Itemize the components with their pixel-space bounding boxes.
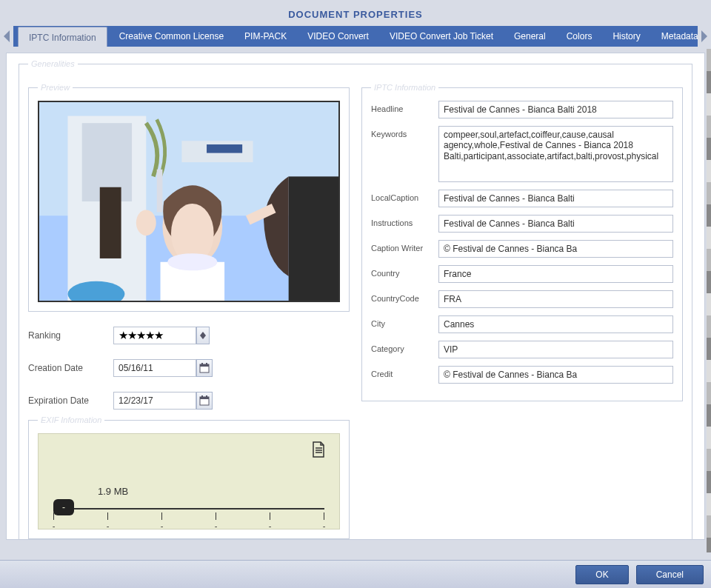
dialog-title: DOCUMENT PROPERTIES: [0, 0, 711, 26]
expiration-date-calendar-icon[interactable]: [196, 392, 213, 410]
keywords-label: Keywords: [371, 126, 434, 138]
tab-history[interactable]: History: [602, 26, 650, 47]
dialog-footer: OK Cancel: [0, 560, 711, 588]
main-panel: Generalities Preview: [6, 53, 705, 540]
tick: -: [216, 512, 216, 520]
expiration-date-input[interactable]: [113, 392, 196, 410]
country-input[interactable]: [438, 265, 673, 283]
ranking-label: Ranking: [28, 330, 113, 341]
instructions-label: Instructions: [371, 215, 434, 227]
instructions-input[interactable]: [438, 215, 673, 233]
tick: -: [107, 512, 108, 520]
obscured-thumbnails: [707, 49, 711, 552]
svg-point-11: [136, 210, 156, 236]
tick: -: [53, 512, 54, 520]
captionwriter-input[interactable]: [438, 240, 673, 258]
exif-group: EXIF Information 1.9 MB - -: [28, 415, 350, 539]
exif-chart: 1.9 MB - - - - - - -: [38, 433, 340, 529]
category-input[interactable]: [438, 341, 673, 358]
country-label: Country: [371, 265, 434, 278]
svg-rect-19: [206, 363, 207, 365]
ok-button[interactable]: OK: [575, 565, 628, 584]
svg-rect-17: [200, 364, 209, 367]
cancel-button[interactable]: Cancel: [636, 565, 704, 584]
countrycode-label: CountryCode: [371, 290, 434, 303]
headline-label: Headline: [371, 101, 434, 113]
svg-rect-22: [201, 395, 203, 398]
exif-size: 1.9 MB: [98, 486, 128, 497]
exif-legend: EXIF Information: [38, 415, 104, 424]
tab-scroll-left-icon[interactable]: [0, 26, 13, 47]
tab-video-convert[interactable]: VIDEO Convert: [297, 26, 379, 47]
localcaption-label: LocalCaption: [371, 190, 434, 202]
generalities-group: Generalities Preview: [19, 59, 692, 540]
tab-pim-pack[interactable]: PIM-PACK: [234, 26, 297, 47]
tab-scroll-right-icon[interactable]: [698, 26, 711, 47]
ranking-value: ★★★★★: [113, 327, 196, 344]
tick: -: [270, 512, 270, 520]
ranking-spinner[interactable]: [196, 327, 210, 344]
captionwriter-label: Caption Writer: [371, 240, 434, 253]
credit-input[interactable]: [438, 366, 673, 384]
iptc-legend: IPTC Information: [371, 83, 438, 92]
expiration-date-label: Expiration Date: [28, 395, 113, 406]
city-label: City: [371, 315, 434, 328]
generalities-legend: Generalities: [28, 59, 78, 68]
preview-legend: Preview: [38, 83, 73, 92]
tab-metadata[interactable]: Metadata: [651, 26, 698, 47]
tab-video-convert-job-ticket[interactable]: VIDEO Convert Job Ticket: [379, 26, 504, 47]
creation-date-calendar-icon[interactable]: [196, 359, 213, 377]
preview-group: Preview: [28, 83, 350, 312]
tab-creative-common-license[interactable]: Creative Common License: [109, 26, 234, 47]
credit-label: Credit: [371, 366, 434, 378]
svg-rect-10: [100, 187, 121, 258]
tick: -: [161, 512, 162, 520]
headline-input[interactable]: [438, 101, 673, 118]
category-label: Category: [371, 341, 434, 353]
tab-general[interactable]: General: [504, 26, 556, 47]
svg-rect-5: [207, 144, 242, 153]
svg-rect-15: [157, 170, 163, 213]
countrycode-input[interactable]: [438, 290, 673, 308]
creation-date-input[interactable]: [113, 359, 196, 377]
svg-rect-21: [200, 397, 209, 399]
svg-point-9: [167, 253, 217, 270]
svg-rect-18: [201, 363, 203, 365]
tab-iptc-information[interactable]: IPTC Information: [18, 27, 107, 47]
preview-image: [38, 101, 340, 302]
document-icon[interactable]: [311, 441, 326, 458]
localcaption-input[interactable]: [438, 190, 673, 207]
svg-rect-23: [206, 395, 207, 398]
keywords-input[interactable]: compeer,soul,artefact,coiffeur,cause,cau…: [438, 126, 673, 182]
iptc-group: IPTC Information Headline Keywords compe…: [361, 83, 683, 401]
tick: -: [324, 512, 324, 520]
tab-colors[interactable]: Colors: [556, 26, 603, 47]
creation-date-label: Creation Date: [28, 363, 113, 373]
tabbar: IPTC Information Creative Common License…: [13, 26, 698, 47]
city-input[interactable]: [438, 315, 673, 333]
svg-rect-12: [289, 176, 338, 301]
